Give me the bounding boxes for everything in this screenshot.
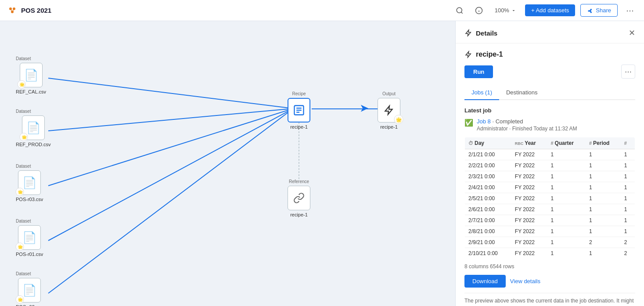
table-header-row: ⏱Day RBCYear #Quarter #Period #	[465, 137, 635, 149]
th-period: #Period	[586, 137, 621, 149]
job-detail-text: Administrator · Finished Today at 11:32 …	[477, 126, 577, 132]
svg-line-12	[48, 110, 289, 186]
file-icon: 📄	[24, 68, 38, 82]
dataset-node-pos-r02[interactable]: Dataset 📄 🌟 POS-r02.csv	[16, 271, 43, 306]
share-button[interactable]: Share	[580, 4, 618, 17]
job-link-row: Job 8 · Completed	[477, 118, 577, 125]
dataset-badge: 🌟	[15, 187, 24, 198]
run-button[interactable]: Run	[464, 65, 493, 78]
recipe-title-row: recipe-1	[464, 50, 635, 58]
table-cell: 1	[621, 193, 635, 204]
svg-line-14	[48, 112, 289, 293]
job-completed-text: Completed	[496, 118, 523, 125]
info-button[interactable]	[472, 4, 486, 18]
dataset-node-ref-cal[interactable]: Dataset 📄 🌟 REF_CAL.csv	[16, 56, 46, 94]
dataset-node-pos-r01[interactable]: Dataset 📄 🌟 POS-r01.csv	[16, 219, 43, 257]
table-cell: 1	[547, 171, 586, 182]
dataset-icon-box: 📄 🌟	[18, 170, 41, 195]
table-cell: 1	[621, 204, 635, 215]
table-cell: 1	[547, 204, 586, 215]
table-cell: 1	[586, 182, 621, 193]
table-cell: 1	[621, 171, 635, 182]
recipe-title-icon	[464, 50, 472, 58]
preview-note: The preview above shows the current data…	[464, 293, 635, 306]
svg-text:🌟: 🌟	[19, 82, 25, 87]
topbar: POS 2021 100% + Add datasets Share ⋯	[0, 0, 644, 21]
logo-icon	[7, 5, 18, 16]
tab-destinations[interactable]: Destinations	[499, 86, 545, 100]
svg-line-11	[48, 109, 289, 131]
output-node[interactable]: Output 🌟 recipe-1	[378, 91, 400, 130]
svg-point-0	[9, 7, 12, 10]
view-details-button[interactable]: View details	[510, 275, 540, 288]
action-row: Download View details	[464, 275, 635, 288]
reference-node[interactable]: Reference recipe-1	[288, 179, 310, 217]
recipe-icon	[293, 104, 305, 116]
zoom-value: 100%	[495, 7, 509, 14]
dataset-icon-box: 📄 🌟	[20, 63, 43, 87]
svg-text:🌟: 🌟	[18, 244, 23, 250]
job-info: Job 8 · Completed Administrator · Finish…	[477, 118, 577, 132]
table-cell: 1	[547, 193, 586, 204]
recipe-node[interactable]: Recipe recipe-1	[288, 91, 310, 130]
table-row: 2/3/21 0:00FY 2022111	[465, 171, 635, 182]
file-icon: 📄	[22, 284, 36, 297]
table-cell: FY 2022	[511, 237, 547, 248]
table-row: 2/9/21 0:00FY 2022122	[465, 237, 635, 248]
svg-text:🌟: 🌟	[22, 134, 27, 140]
table-cell: 2/5/21 0:00	[465, 193, 511, 204]
dataset-badge: 🌟	[15, 295, 24, 305]
table-row: 2/4/21 0:00FY 2022111	[465, 182, 635, 193]
latest-job-title: Latest job	[464, 107, 635, 114]
table-cell: 1	[621, 226, 635, 237]
dataset-node-pos-r03[interactable]: Dataset 📄 🌟 POS-r03.csv	[16, 164, 43, 202]
table-cell: 1	[547, 160, 586, 171]
download-button[interactable]: Download	[464, 275, 506, 288]
table-cell: 1	[586, 215, 621, 226]
table-cell: 2/7/21 0:00	[465, 215, 511, 226]
table-row: 2/5/21 0:00FY 2022111	[465, 193, 635, 204]
table-cell: FY 2022	[511, 171, 547, 182]
job-link-text: Job 8	[477, 118, 491, 125]
search-button[interactable]	[453, 4, 467, 18]
app-logo: POS 2021	[7, 5, 51, 16]
run-label: Run	[473, 68, 484, 75]
th-extra: #	[621, 137, 635, 149]
table-cell: FY 2022	[511, 204, 547, 215]
svg-line-13	[48, 111, 289, 241]
recipe-more-button[interactable]: ⋯	[621, 65, 635, 79]
job-link[interactable]: Job 8	[477, 118, 492, 125]
more-options-button[interactable]: ⋯	[623, 4, 637, 18]
dataset-label-small: Dataset	[16, 109, 31, 114]
job-status-text: ·	[492, 118, 495, 125]
th-year: RBCYear	[511, 137, 547, 149]
table-cell: 2/9/21 0:00	[465, 237, 511, 248]
tab-jobs[interactable]: Jobs (1)	[464, 86, 499, 100]
details-title-icon	[464, 29, 472, 37]
table-cell: 2	[586, 237, 621, 248]
job-status-icon: ✅	[464, 119, 473, 127]
view-details-label: View details	[510, 278, 540, 284]
chevron-down-icon	[511, 8, 516, 13]
table-cell: 2/10/21 0:00	[465, 248, 511, 259]
data-table: ⏱Day RBCYear #Quarter #Period # 2/1/21 0…	[464, 137, 635, 259]
svg-text:🌟: 🌟	[396, 116, 402, 123]
output-badge: 🌟	[394, 115, 403, 126]
add-datasets-button[interactable]: + Add datasets	[525, 4, 575, 16]
details-close-button[interactable]: ✕	[629, 28, 635, 38]
zoom-control[interactable]: 100%	[491, 5, 520, 15]
file-icon: 📄	[22, 176, 36, 190]
connection-lines	[0, 21, 455, 306]
dataset-label-small: Dataset	[16, 271, 31, 276]
table-row: 2/10/21 0:00FY 2022112	[465, 248, 635, 259]
table-cell: 2/8/21 0:00	[465, 226, 511, 237]
dataset-badge: 🌟	[19, 133, 28, 143]
recipe-icon-box	[288, 98, 310, 122]
table-cell: 1	[586, 160, 621, 171]
dataset-label-small: Dataset	[16, 219, 31, 223]
dataset-node-ref-prod[interactable]: Dataset 📄 🌟 REF_PROD.csv	[16, 109, 50, 147]
table-cell: 1	[547, 215, 586, 226]
reference-node-name: recipe-1	[290, 212, 308, 217]
table-cell: 1	[586, 248, 621, 259]
app-title: POS 2021	[21, 7, 51, 14]
